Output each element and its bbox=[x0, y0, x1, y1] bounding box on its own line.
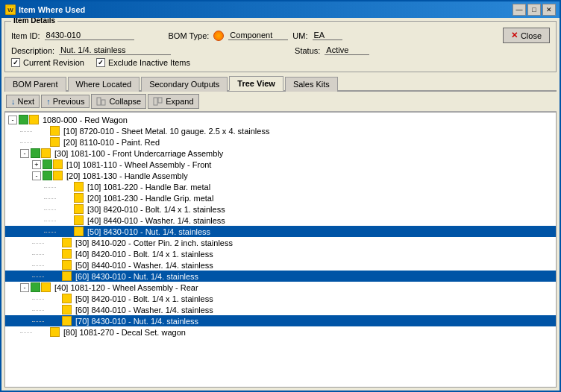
tree-node-icon bbox=[54, 227, 84, 236]
tree-node-text: [30] 8420-010 - Bolt. 1/4 x 1. stainless bbox=[87, 205, 225, 214]
tab-sales-kits[interactable]: Sales Kits bbox=[285, 77, 338, 92]
close-button-label: Close bbox=[521, 31, 542, 40]
close-x-icon: ✕ bbox=[511, 31, 518, 40]
tree-node-text: [20] 8110-010 - Paint. Red bbox=[63, 138, 160, 147]
collapse-label: Collapse bbox=[109, 97, 141, 106]
maximize-button[interactable]: □ bbox=[527, 4, 541, 16]
tree-view[interactable]: -1080-000 - Red Wagon[10] 8720-010 - She… bbox=[4, 112, 557, 388]
um-label: UM: bbox=[292, 31, 307, 40]
item-details-group: Item Details Item ID: 8430-010 BOM Type:… bbox=[4, 21, 557, 72]
svg-rect-5 bbox=[158, 98, 162, 103]
tab-where-located[interactable]: Where Located bbox=[68, 77, 140, 92]
window-icon: W bbox=[5, 4, 16, 15]
close-button[interactable]: ✕ Close bbox=[503, 28, 550, 43]
tree-row[interactable]: [10] 8720-010 - Sheet Metal. 10 gauge. 2… bbox=[5, 125, 556, 136]
previous-label: Previous bbox=[53, 97, 85, 106]
tree-node-icon bbox=[43, 294, 72, 303]
expand-button[interactable]: Expand bbox=[148, 94, 198, 109]
previous-button[interactable]: ↑ Previous bbox=[41, 95, 90, 108]
tree-row[interactable]: [10] 1081-220 - Handle Bar. metal bbox=[5, 181, 556, 192]
title-bar: W Item Where Used — □ ✕ bbox=[1, 1, 560, 18]
tree-node-icon bbox=[54, 193, 84, 203]
tree-row[interactable]: [30] 8420-010 - Bolt. 1/4 x 1. stainless bbox=[5, 203, 556, 215]
minimize-button[interactable]: — bbox=[513, 4, 526, 16]
exclude-inactive-checkbox[interactable] bbox=[96, 58, 105, 67]
svg-rect-2 bbox=[97, 98, 101, 105]
next-label: Next bbox=[18, 97, 35, 106]
tree-row[interactable]: [40] 8420-010 - Bolt. 1/4 x 1. stainless bbox=[5, 248, 556, 259]
tree-expand-btn[interactable]: - bbox=[20, 283, 29, 292]
tree-row[interactable]: [20] 1081-230 - Handle Grip. metal bbox=[5, 192, 556, 203]
tree-node-text: [20] 1081-130 - Handle Assembly bbox=[66, 171, 188, 180]
tree-node-text: [80] 1081-270 - Decal Set. wagon bbox=[63, 328, 186, 337]
item-id-value: 8430-010 bbox=[45, 31, 134, 40]
tree-node-text: [20] 1081-230 - Handle Grip. metal bbox=[87, 194, 213, 203]
tree-row[interactable]: -[40] 1081-120 - Wheel Assembly - Rear bbox=[5, 282, 556, 293]
svg-text:W: W bbox=[7, 7, 13, 13]
tree-row[interactable]: [50] 8430-010 - Nut. 1/4. stainless bbox=[5, 226, 556, 237]
collapse-button[interactable]: Collapse bbox=[91, 94, 146, 109]
svg-rect-3 bbox=[101, 100, 105, 105]
next-arrow-icon: ↓ bbox=[11, 97, 16, 106]
tree-node-text: [50] 8420-010 - Bolt. 1/4 x 1. stainless bbox=[75, 294, 213, 303]
current-revision-label: Current Revision bbox=[23, 58, 84, 67]
tree-node-icon bbox=[31, 137, 60, 147]
bom-type-value: Component bbox=[228, 31, 288, 40]
tree-row[interactable]: [60] 8440-010 - Washer. 1/4. stainless bbox=[5, 304, 556, 315]
current-revision-checkbox-item: Current Revision bbox=[11, 58, 84, 67]
tree-expand-btn[interactable]: + bbox=[32, 160, 41, 169]
tree-row[interactable]: [40] 8440-010 - Washer. 1/4. stainless bbox=[5, 215, 556, 226]
exclude-inactive-checkbox-item: Exclude Inactive Items bbox=[96, 58, 190, 67]
tree-row[interactable]: [80] 1081-270 - Decal Set. wagon bbox=[5, 326, 556, 338]
tree-node-text: [10] 8720-010 - Sheet Metal. 10 gauge. 2… bbox=[63, 127, 269, 136]
tree-expand-btn[interactable]: - bbox=[20, 149, 29, 158]
tabs-bar: BOM Parent Where Located Secondary Outpu… bbox=[4, 75, 557, 92]
exclude-inactive-label: Exclude Inactive Items bbox=[108, 58, 190, 67]
main-window: W Item Where Used — □ ✕ Item Details Ite… bbox=[0, 0, 561, 392]
current-revision-checkbox[interactable] bbox=[11, 58, 20, 67]
tree-row[interactable]: [60] 8430-010 - Nut. 1/4. stainless bbox=[5, 271, 556, 282]
close-window-button[interactable]: ✕ bbox=[542, 4, 556, 16]
tree-row[interactable]: [50] 8440-010 - Washer. 1/4. stainless bbox=[5, 259, 556, 271]
tree-row[interactable]: [30] 8410-020 - Cotter Pin. 2 inch. stai… bbox=[5, 237, 556, 248]
tree-node-icon bbox=[31, 148, 51, 158]
tree-node-icon bbox=[43, 159, 63, 169]
tree-row[interactable]: [70] 8430-010 - Nut. 1/4. stainless bbox=[5, 315, 556, 326]
svg-rect-4 bbox=[154, 98, 157, 105]
tree-node-icon bbox=[43, 271, 72, 281]
status-value: Active bbox=[325, 45, 369, 55]
tree-row[interactable]: -1080-000 - Red Wagon bbox=[5, 114, 556, 125]
expand-label: Expand bbox=[166, 97, 193, 106]
tree-toolbar: ↓ Next ↑ Previous Collapse bbox=[4, 92, 557, 112]
tree-node-text: [70] 8430-010 - Nut. 1/4. stainless bbox=[75, 317, 198, 326]
description-label: Description: bbox=[11, 46, 54, 55]
status-label: Status: bbox=[295, 46, 320, 55]
item-id-label: Item ID: bbox=[11, 31, 40, 40]
tab-bom-parent[interactable]: BOM Parent bbox=[4, 77, 66, 92]
tab-secondary-outputs[interactable]: Secondary Outputs bbox=[141, 77, 228, 92]
tree-node-icon bbox=[43, 249, 72, 259]
tree-node-text: [50] 8430-010 - Nut. 1/4. stainless bbox=[87, 227, 210, 236]
tree-node-icon bbox=[54, 215, 84, 225]
tree-row[interactable]: [20] 8110-010 - Paint. Red bbox=[5, 136, 556, 148]
tree-node-text: [40] 8420-010 - Bolt. 1/4 x 1. stainless bbox=[75, 250, 213, 259]
tree-node-text: [60] 8430-010 - Nut. 1/4. stainless bbox=[75, 272, 198, 281]
tree-node-icon bbox=[54, 182, 84, 192]
tree-expand-btn[interactable]: - bbox=[8, 116, 17, 124]
tree-node-icon bbox=[43, 260, 72, 270]
tree-row[interactable]: -[30] 1081-100 - Front Undercarriage Ass… bbox=[5, 148, 556, 159]
group-box-label: Item Details bbox=[11, 18, 57, 25]
expand-icon bbox=[153, 96, 163, 107]
tree-row[interactable]: +[10] 1081-110 - Wheel Assembly - Front bbox=[5, 159, 556, 170]
tab-tree-view[interactable]: Tree View bbox=[229, 76, 283, 91]
tree-row[interactable]: -[20] 1081-130 - Handle Assembly bbox=[5, 170, 556, 181]
tree-row[interactable]: [50] 8420-010 - Bolt. 1/4 x 1. stainless bbox=[5, 293, 556, 304]
window-controls: — □ ✕ bbox=[513, 4, 556, 16]
collapse-icon bbox=[96, 96, 107, 107]
window-title: Item Where Used bbox=[19, 5, 85, 14]
next-button[interactable]: ↓ Next bbox=[6, 95, 40, 108]
tree-node-icon bbox=[54, 204, 84, 214]
tree-node-text: [10] 1081-110 - Wheel Assembly - Front bbox=[66, 160, 211, 169]
tree-expand-btn[interactable]: - bbox=[32, 171, 41, 180]
tree-node-text: [50] 8440-010 - Washer. 1/4. stainless bbox=[75, 261, 213, 270]
